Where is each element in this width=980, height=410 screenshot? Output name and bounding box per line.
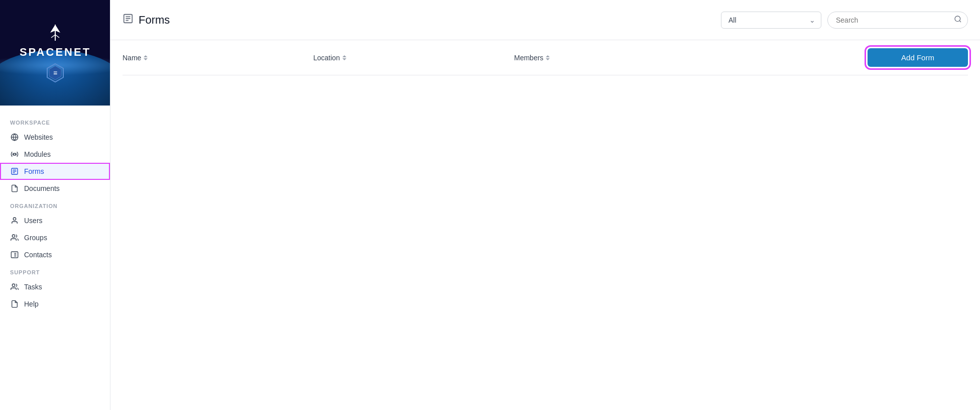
sidebar-item-forms[interactable]: Forms	[0, 163, 110, 180]
help-icon	[10, 299, 19, 309]
sidebar-item-documents[interactable]: Documents	[0, 180, 110, 197]
docs-icon	[10, 184, 19, 193]
svg-point-22	[12, 284, 15, 286]
sidebar-item-documents-label: Documents	[24, 184, 60, 192]
svg-marker-30	[144, 58, 148, 60]
topbar: Forms All Active Inactive ⌄	[110, 0, 980, 40]
content-area: Name Location Members Add Form	[110, 40, 980, 410]
main-content: Forms All Active Inactive ⌄	[110, 0, 980, 410]
logo-brand-text: SPACENET	[20, 46, 91, 59]
sidebar-item-forms-label: Forms	[24, 167, 44, 175]
svg-marker-32	[342, 58, 346, 60]
sidebar-item-users-label: Users	[24, 217, 43, 225]
nav-section-support: SUPPORT	[0, 263, 110, 278]
nav-section-organization: ORGANIZATION	[0, 197, 110, 212]
topbar-controls: All Active Inactive ⌄	[721, 12, 968, 29]
page-title: Forms	[139, 14, 170, 27]
logo-rocket-icon	[46, 22, 64, 44]
forms-page-icon	[122, 13, 134, 27]
contacts-icon	[10, 250, 19, 259]
search-wrapper	[827, 12, 968, 29]
filter-select-wrapper: All Active Inactive ⌄	[721, 12, 821, 29]
sort-icon-members	[545, 55, 550, 61]
svg-text:≡: ≡	[53, 69, 57, 77]
table-body-empty	[122, 75, 968, 276]
svg-marker-33	[546, 55, 550, 57]
sidebar-item-websites-label: Websites	[24, 133, 53, 141]
sidebar: SPACENET ≡ WORKSPACE Websites Modules	[0, 0, 110, 410]
sidebar-item-groups-label: Groups	[24, 234, 47, 242]
modules-icon	[10, 150, 19, 159]
tasks-icon	[10, 282, 19, 291]
logo-hexagon: ≡	[44, 62, 66, 84]
svg-line-28	[959, 21, 961, 22]
svg-marker-29	[144, 55, 148, 57]
filter-select[interactable]: All Active Inactive	[721, 12, 821, 29]
sidebar-item-groups[interactable]: Groups	[0, 229, 110, 246]
svg-point-14	[12, 235, 15, 237]
sidebar-item-contacts-label: Contacts	[24, 251, 52, 259]
search-button[interactable]	[954, 15, 962, 25]
svg-point-13	[13, 218, 16, 220]
column-header-location: Location	[313, 54, 514, 62]
sidebar-item-websites[interactable]: Websites	[0, 129, 110, 146]
users-icon	[10, 216, 19, 225]
svg-marker-34	[546, 58, 550, 60]
svg-point-27	[955, 16, 960, 22]
forms-icon	[10, 167, 19, 176]
logo-text-container: SPACENET ≡	[20, 22, 91, 84]
column-action-area: Add Form	[858, 48, 968, 67]
sort-icon-location	[342, 55, 347, 61]
sort-icon-name	[143, 55, 148, 61]
column-header-name: Name	[122, 54, 313, 62]
sidebar-item-tasks[interactable]: Tasks	[0, 278, 110, 295]
sidebar-item-modules[interactable]: Modules	[0, 146, 110, 163]
column-name-label: Name	[122, 54, 141, 62]
sidebar-item-help-label: Help	[24, 300, 39, 308]
add-form-button[interactable]: Add Form	[868, 48, 968, 67]
sidebar-item-help[interactable]: Help	[0, 295, 110, 313]
svg-marker-31	[342, 55, 346, 57]
sidebar-item-modules-label: Modules	[24, 150, 51, 158]
table-header: Name Location Members Add Form	[122, 40, 968, 75]
globe-icon	[10, 133, 19, 142]
page-title-area: Forms	[122, 13, 713, 27]
sidebar-item-contacts[interactable]: Contacts	[0, 246, 110, 263]
column-members-label: Members	[514, 54, 543, 62]
column-header-members: Members	[514, 54, 858, 62]
svg-line-2	[55, 35, 59, 38]
column-location-label: Location	[313, 54, 340, 62]
sidebar-item-tasks-label: Tasks	[24, 283, 42, 291]
search-input[interactable]	[827, 12, 968, 29]
svg-point-8	[14, 153, 16, 155]
nav-section-workspace: WORKSPACE	[0, 114, 110, 129]
groups-icon	[10, 233, 19, 242]
svg-line-1	[51, 35, 55, 38]
sidebar-item-users[interactable]: Users	[0, 212, 110, 229]
sidebar-logo: SPACENET ≡	[0, 0, 110, 106]
sidebar-nav: WORKSPACE Websites Modules Forms Documen…	[0, 106, 110, 410]
